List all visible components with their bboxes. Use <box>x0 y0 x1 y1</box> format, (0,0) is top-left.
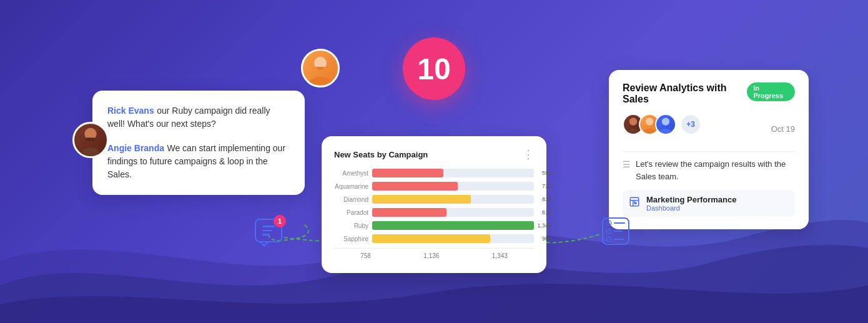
chart-footer: 758 1,136 1,343 <box>334 248 534 259</box>
bar-fill <box>372 182 458 191</box>
main-scene: 10 Rick Evans our Ruby campaign did real… <box>0 0 868 323</box>
chart-title: New Seats by Campaign <box>334 150 428 159</box>
bar-container: 590 <box>372 169 534 177</box>
analytics-avatars: +3 <box>623 114 701 135</box>
avatar-extra-count: +3 <box>680 114 701 135</box>
bar-fill <box>372 208 446 217</box>
analytics-meta: +3 Oct 19 <box>623 114 795 144</box>
svg-point-4 <box>629 117 637 125</box>
bar-fill <box>372 234 490 243</box>
task-row-1 <box>606 221 625 226</box>
message-icon[interactable]: 1 <box>255 219 282 242</box>
analytics-attachment[interactable]: Marketing Performance Dashboard <box>623 190 795 217</box>
notification-badge: 10 <box>403 37 465 100</box>
svg-point-6 <box>662 117 669 125</box>
sender-angie: Angie Branda <box>107 143 164 153</box>
bar-row: Diamond 815 <box>334 195 534 204</box>
footer-val-3: 1,343 <box>492 252 508 259</box>
chat-message-2: Angie Branda We can start implementing o… <box>107 142 290 181</box>
bar-row: Sapphire 980 <box>334 234 534 243</box>
attachment-subtitle: Dashboard <box>646 204 737 212</box>
task-line-1 <box>614 222 625 224</box>
message-badge: 1 <box>274 215 286 227</box>
chart-card: New Seats by Campaign ⋮ Amethyst 590 Aqu… <box>322 136 546 273</box>
attachment-title: Marketing Performance <box>646 195 737 204</box>
svg-point-1 <box>315 57 325 67</box>
attachment-info: Marketing Performance Dashboard <box>646 195 737 212</box>
avatar-woman <box>301 49 340 87</box>
chat-message-1: Rick Evans our Ruby campaign did really … <box>107 104 290 131</box>
svg-point-5 <box>646 117 653 125</box>
footer-val-2: 1,136 <box>423 252 439 259</box>
chat-card: Rick Evans our Ruby campaign did really … <box>92 91 305 195</box>
avatar-angie <box>72 122 109 158</box>
task-checklist <box>606 221 625 242</box>
task-row-2 <box>606 229 625 234</box>
analytics-divider <box>623 151 795 152</box>
bar-value: 815 <box>542 196 551 202</box>
analytics-description: ☰ Let's review the campaign results with… <box>623 158 795 182</box>
bar-row: Amethyst 590 <box>334 169 534 177</box>
footer-val-1: 758 <box>360 252 371 259</box>
task-icon[interactable] <box>602 217 629 245</box>
status-badge: In Progress <box>747 82 795 101</box>
bar-value: 980 <box>542 236 551 242</box>
bar-row: Aquamarine 711 <box>334 182 534 191</box>
bar-container: 1,343 <box>372 221 534 230</box>
chart-menu-button[interactable]: ⋮ <box>523 147 534 161</box>
task-line-2 <box>614 231 623 232</box>
notification-number: 10 <box>417 52 450 86</box>
task-check-1 <box>606 221 611 226</box>
task-check-3 <box>606 237 611 242</box>
description-text: Let's review the campaign results with t… <box>636 158 795 182</box>
message-icon-container[interactable]: 1 <box>255 219 282 244</box>
svg-rect-3 <box>86 137 95 141</box>
bar-label: Sapphire <box>334 236 368 242</box>
msg-line-3 <box>262 234 270 236</box>
sender-rick: Rick Evans <box>107 106 154 116</box>
bar-value: 615 <box>542 209 551 216</box>
task-icon-container[interactable] <box>602 217 632 245</box>
analytics-title: Review Analytics with Sales <box>623 82 747 105</box>
message-lines <box>262 226 275 236</box>
bar-label: Paradot <box>334 209 368 216</box>
bar-fill <box>372 169 443 177</box>
bar-fill <box>372 195 471 204</box>
bar-container: 615 <box>372 208 534 217</box>
analytics-card: Review Analytics with Sales In Progress <box>609 70 809 229</box>
bar-label: Diamond <box>334 196 368 203</box>
svg-rect-9 <box>634 201 635 202</box>
bar-label: Aquamarine <box>334 183 368 190</box>
bar-fill <box>372 221 534 230</box>
analytics-date: Oct 19 <box>771 124 795 134</box>
bar-container: 711 <box>372 182 534 191</box>
bar-value: 590 <box>542 170 551 176</box>
bar-value: 1,343 <box>537 222 551 229</box>
task-line-3 <box>614 239 624 240</box>
task-check-2 <box>606 229 611 234</box>
bar-container: 815 <box>372 195 534 204</box>
bar-row: Ruby 1,343 <box>334 221 534 230</box>
bar-row: Paradot 615 <box>334 208 534 217</box>
avatar-member-3 <box>655 114 676 135</box>
bar-label: Ruby <box>334 222 368 229</box>
analytics-header: Review Analytics with Sales In Progress <box>623 82 795 105</box>
chart-header: New Seats by Campaign ⋮ <box>334 147 534 161</box>
bar-value: 711 <box>542 183 551 189</box>
svg-rect-8 <box>634 202 637 204</box>
bars-container: Amethyst 590 Aquamarine 711 Diamond 815 … <box>334 169 534 243</box>
msg-line-1 <box>262 226 275 227</box>
description-icon: ☰ <box>623 159 631 169</box>
attachment-icon <box>629 196 640 211</box>
task-row-3 <box>606 237 625 242</box>
msg-line-2 <box>262 230 272 232</box>
bar-container: 980 <box>372 234 534 243</box>
bar-label: Amethyst <box>334 170 368 177</box>
